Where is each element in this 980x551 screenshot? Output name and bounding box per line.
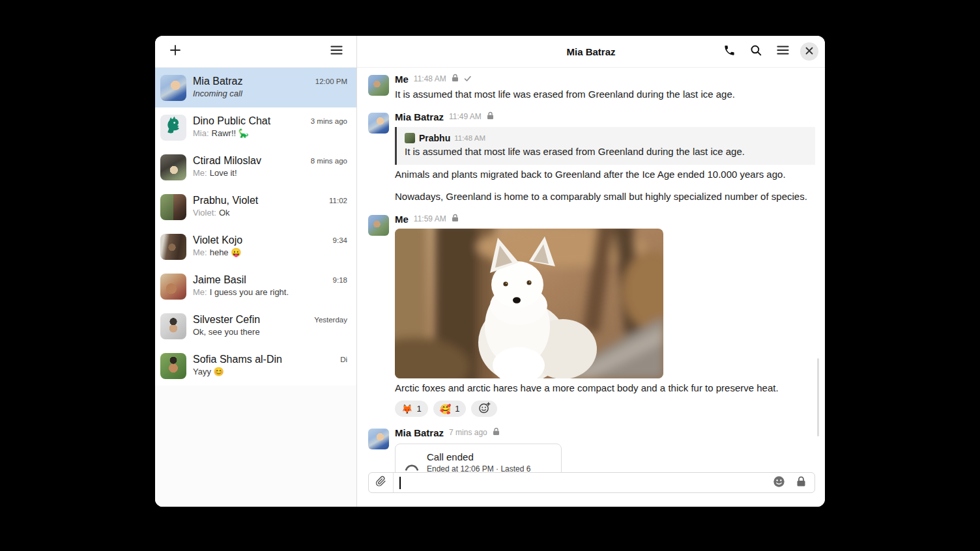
delivered-check-icon — [464, 73, 472, 85]
reaction-chip-hearts-face[interactable]: 🥰 1 — [433, 401, 467, 417]
encrypted-lock-icon — [493, 427, 500, 438]
hearts-face-emoji: 🥰 — [440, 404, 451, 414]
avatar — [160, 115, 186, 141]
add-conversation-button[interactable] — [166, 42, 184, 61]
call-ended-subtitle: Ended at 12:06 PM · Lasted 6 minutes — [427, 464, 555, 472]
quote-time: 11:48 AM — [454, 134, 485, 142]
composer-row — [357, 472, 825, 507]
arctic-fox-photo[interactable] — [395, 229, 663, 378]
conversation-item-violet-kojo[interactable]: Violet Kojo Me:hehe 😛 9:34 — [155, 227, 356, 266]
sidebar-header — [155, 36, 356, 68]
emoji-picker-button[interactable] — [773, 475, 785, 490]
conversation-info: Sofia Shams al-Din Yayy 😊 — [193, 353, 340, 379]
chat-menu-button[interactable] — [773, 42, 792, 61]
conversation-time: 3 mins ago — [311, 117, 347, 125]
quoted-message[interactable]: Prabhu 11:48 AM It is assumed that most … — [395, 127, 815, 165]
app-window: Mia Batraz Incoming call 12:00 PM — [155, 36, 825, 507]
message-text: Animals and plants migrated back to Gree… — [395, 167, 815, 181]
message-sender: Mia Batraz — [395, 427, 444, 438]
avatar — [160, 353, 186, 379]
conversation-time: 9:34 — [333, 236, 347, 244]
message: Me 11:48 AM It is assumed that most life… — [368, 73, 815, 101]
plus-icon — [169, 44, 182, 59]
dino-logo-icon — [162, 115, 184, 140]
conversation-item-prabhu-violet[interactable]: Prabhu, Violet Violet:Ok 11:02 — [155, 187, 356, 227]
attach-file-button[interactable] — [369, 473, 394, 492]
conversation-item-dino-public-chat[interactable]: Dino Public Chat Mia:Rawr!! 🦕 3 mins ago — [155, 107, 356, 147]
conversation-info: Violet Kojo Me:hehe 😛 — [193, 234, 333, 260]
conversation-info: Silvester Cefin Ok, see you there — [193, 313, 314, 339]
close-icon — [805, 46, 813, 57]
message-time: 11:49 AM — [449, 112, 482, 121]
chat-scrollbar-thumb[interactable] — [817, 358, 819, 436]
search-button[interactable] — [747, 42, 765, 61]
reaction-chip-fox[interactable]: 🦊 1 — [395, 401, 428, 417]
message: Mia Batraz 11:49 AM Prabhu 11:48 AM It i… — [368, 111, 815, 203]
close-button[interactable] — [800, 42, 818, 61]
add-reaction-button[interactable] — [471, 401, 497, 417]
sidebar-menu-button[interactable] — [327, 42, 345, 61]
conversation-preview: Mia:Rawr!! 🦕 — [193, 128, 311, 140]
search-icon — [750, 44, 762, 59]
avatar — [368, 215, 389, 236]
message-list: Me 11:48 AM It is assumed that most life… — [357, 68, 825, 472]
conversation-time: 12:00 PM — [315, 78, 347, 85]
chat-panel: Mia Batraz — [357, 36, 825, 507]
conversation-item-sofia-shams-al-din[interactable]: Sofia Shams al-Din Yayy 😊 Di — [155, 346, 356, 386]
reactions-row: 🦊 1 🥰 1 — [395, 401, 815, 417]
call-ended-title: Call ended — [427, 451, 555, 464]
call-button[interactable] — [720, 42, 738, 61]
conversation-name: Dino Public Chat — [193, 115, 311, 128]
conversation-preview: Ok, see you there — [193, 326, 314, 339]
text-caret — [399, 477, 401, 489]
conversation-name: Ctirad Miloslav — [193, 154, 311, 168]
message-sender: Me — [395, 74, 409, 85]
avatar — [160, 234, 186, 260]
conversation-item-jaime-basil[interactable]: Jaime Basil Me:I guess you are right. 9:… — [155, 266, 356, 306]
quote-sender: Prabhu — [419, 133, 450, 143]
fox-emoji: 🦊 — [401, 404, 412, 414]
hamburger-icon — [330, 45, 343, 58]
conversation-name: Prabhu, Violet — [193, 194, 329, 208]
conversation-preview: Violet:Ok — [193, 207, 329, 219]
message: Me 11:59 AM — [368, 213, 815, 417]
message-input[interactable] — [394, 473, 773, 492]
message: Mia Batraz 7 mins ago Call ended Ended a… — [368, 427, 815, 472]
conversation-info: Mia Batraz Incoming call — [193, 75, 315, 101]
avatar — [368, 75, 389, 96]
conversation-preview: Me:Love it! — [193, 167, 311, 180]
conversation-info: Dino Public Chat Mia:Rawr!! 🦕 — [193, 115, 311, 141]
conversation-item-ctirad-miloslav[interactable]: Ctirad Miloslav Me:Love it! 8 mins ago — [155, 147, 356, 187]
conversation-name: Mia Batraz — [193, 75, 315, 89]
conversation-preview: Incoming call — [193, 88, 315, 100]
conversation-time: 9:18 — [333, 276, 347, 284]
message-time: 7 mins ago — [449, 428, 487, 437]
call-ended-card: Call ended Ended at 12:06 PM · Lasted 6 … — [395, 444, 562, 472]
message-composer — [368, 472, 815, 493]
phone-down-icon — [405, 462, 419, 472]
conversation-time: 8 mins ago — [311, 157, 347, 165]
conversation-info: Jaime Basil Me:I guess you are right. — [193, 274, 333, 300]
avatar — [405, 133, 415, 143]
conversation-preview: Yayy 😊 — [193, 366, 340, 378]
message-sender: Mia Batraz — [395, 111, 444, 122]
avatar — [368, 113, 389, 134]
message-text: Nowadays, Greenland is home to a compara… — [395, 190, 815, 203]
avatar — [160, 75, 186, 101]
message-time: 11:59 AM — [414, 214, 446, 223]
message-text: It is assumed that most life was erased … — [395, 87, 815, 101]
encrypted-lock-icon — [452, 213, 459, 225]
conversation-name: Silvester Cefin — [193, 313, 314, 327]
encrypted-lock-icon — [487, 111, 494, 122]
avatar — [160, 274, 186, 300]
avatar — [160, 313, 186, 339]
conversation-item-mia-batraz[interactable]: Mia Batraz Incoming call 12:00 PM — [155, 68, 356, 107]
sidebar: Mia Batraz Incoming call 12:00 PM — [155, 36, 357, 507]
conversation-preview: Me:I guess you are right. — [193, 287, 333, 299]
encryption-lock-button[interactable] — [796, 476, 806, 490]
message-text: Arctic foxes and arctic hares have a mor… — [395, 381, 815, 395]
quote-text: It is assumed that most life was erased … — [405, 145, 807, 158]
message-time: 11:48 AM — [414, 74, 446, 83]
conversation-item-silvester-cefin[interactable]: Silvester Cefin Ok, see you there Yester… — [155, 306, 356, 346]
conversation-info: Prabhu, Violet Violet:Ok — [193, 194, 329, 220]
